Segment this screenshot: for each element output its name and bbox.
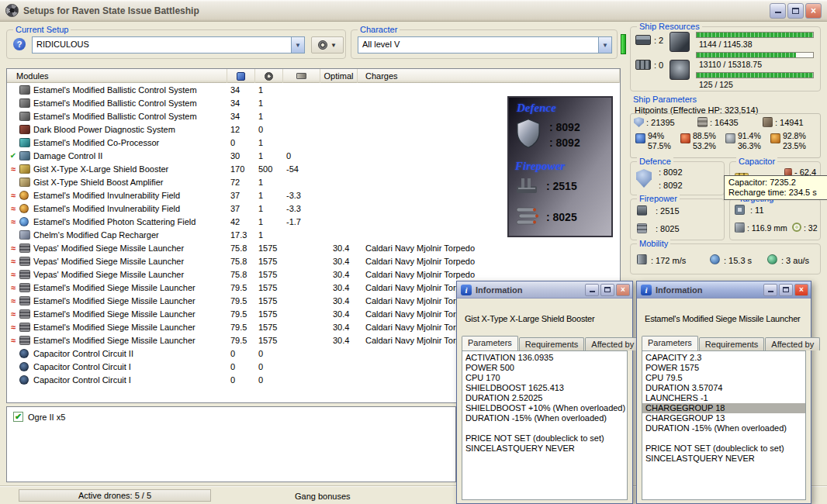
defence-label: Defence: [637, 157, 673, 166]
module-optimal-value: 30.4: [320, 336, 358, 345]
tab-parameters[interactable]: Parameters: [642, 336, 698, 350]
turret-hardpoint-icon: [635, 35, 651, 45]
module-powergrid-value: 1575: [255, 270, 283, 279]
module-row[interactable]: ≈Vepas' Modified Siege Missile Launcher7…: [7, 241, 620, 254]
parameter-line[interactable]: CAPACITY 2.3: [645, 353, 805, 363]
launcher-hardpoint-icon: [635, 60, 651, 70]
parameter-line[interactable]: DURATION 2.52025: [465, 393, 627, 403]
calibration-bar: [696, 72, 814, 78]
module-powergrid-value: 1: [255, 191, 283, 200]
parameter-line[interactable]: CPU 79.5: [645, 373, 805, 383]
parameter-line[interactable]: [645, 433, 805, 444]
module-name: Estamel's Modified Ballistic Control Sys…: [33, 85, 227, 95]
maximize-button[interactable]: [787, 3, 804, 19]
capacitor-tooltip: Capacitor: 7235.2 Recharge time: 234.5 s: [724, 175, 827, 200]
module-row[interactable]: ≈Vepas' Modified Siege Missile Launcher7…: [7, 268, 620, 281]
module-name: Dark Blood Power Diagnostic System: [33, 125, 227, 134]
module-powergrid-value: 0: [255, 362, 283, 371]
drone-checkbox[interactable]: ✔: [13, 412, 23, 422]
chevron-down-icon[interactable]: ▼: [598, 37, 611, 53]
warp-speed-value: : 3 au/s: [781, 256, 809, 265]
parameter-line[interactable]: LAUNCHERS -1: [645, 393, 805, 403]
module-powergrid-value: 1575: [255, 283, 283, 292]
firepower-label: Firepower: [637, 194, 680, 203]
maximize-button[interactable]: [600, 284, 614, 296]
firepower-summary-label: Firepower: [515, 160, 565, 173]
close-button[interactable]: ×: [794, 284, 808, 296]
parameter-line[interactable]: SHIELDBOOST +10% (When overloaded): [465, 403, 627, 413]
maximize-icon: [604, 287, 611, 292]
module-powergrid-value: 1575: [255, 257, 283, 266]
close-button[interactable]: ×: [616, 284, 630, 296]
modules-table-header[interactable]: Modules Optimal Charges: [7, 69, 620, 83]
parameter-line[interactable]: PRICE NOT SET (doubleclick to set): [465, 433, 627, 444]
powergrid-column-header[interactable]: [255, 69, 283, 83]
parameter-line[interactable]: DURATION -15% (When overloaded): [645, 423, 805, 433]
tab-affected-by[interactable]: Affected by: [765, 337, 820, 350]
capacitor-column-header[interactable]: [283, 69, 320, 83]
parameter-line[interactable]: CHARGEGROUP 13: [645, 413, 805, 423]
warp-speed-icon: [767, 254, 777, 264]
module-row[interactable]: ≈Vepas' Modified Siege Missile Launcher7…: [7, 254, 620, 268]
capacitor-label: Capacitor: [736, 157, 777, 166]
tab-parameters[interactable]: Parameters: [462, 336, 518, 350]
rig-module-icon: [19, 349, 29, 358]
module-powergrid-value: 0: [255, 375, 283, 385]
turret-hardpoints-value: : 2: [654, 36, 663, 45]
module-type-icon: [19, 309, 33, 319]
parameter-line[interactable]: PRICE NOT SET (doubleclick to set): [645, 444, 805, 454]
shield-icon: [634, 117, 644, 127]
ship-resources-group: Ship Resources : 2 : 0 1144 / 1145.38 13…: [630, 26, 821, 91]
parameter-line[interactable]: CPU 170: [465, 373, 627, 383]
chevron-down-icon[interactable]: ▼: [291, 37, 304, 53]
minimize-button[interactable]: [770, 3, 786, 19]
cpu-icon: [237, 72, 245, 81]
close-button[interactable]: ×: [805, 3, 822, 19]
info-title-bar[interactable]: i Information ×: [457, 281, 632, 299]
cpu-column-header[interactable]: [227, 69, 255, 83]
module-name: Estamel's Modified Siege Missile Launche…: [33, 309, 227, 319]
module-cpu-value: 0: [227, 375, 255, 385]
module-type-icon: [19, 283, 33, 292]
overload-icon: ≈: [7, 217, 19, 226]
armor-resist-value: 36.3%: [738, 141, 761, 151]
setup-tools-button[interactable]: ▼: [311, 36, 344, 54]
minimize-button[interactable]: [763, 284, 777, 296]
module-row[interactable]: Estamel's Modified Ballistic Control Sys…: [7, 83, 620, 96]
module-powergrid-value: 1: [255, 230, 283, 240]
parameter-line[interactable]: SINCELASTQUERY NEVER: [645, 454, 805, 464]
defence-group: Defence : 8092 : 8092: [630, 161, 725, 195]
module-powergrid-value: 0: [255, 349, 283, 358]
tooltip-line-2: Recharge time: 234.5 s: [728, 188, 826, 198]
module-cpu-value: 34: [227, 85, 255, 95]
parameter-line[interactable]: DURATION -15% (When overloaded): [465, 413, 627, 423]
setup-combobox[interactable]: RIDICULOUS ▼: [32, 36, 305, 54]
parameter-line[interactable]: CHARGEGROUP 18: [642, 403, 805, 413]
parameter-line[interactable]: POWER 1575: [645, 363, 805, 373]
module-type-icon: [19, 164, 33, 174]
info-title-bar[interactable]: i Information ×: [637, 281, 811, 299]
module-name: Capacitor Control Circuit I: [33, 362, 227, 371]
minimize-button[interactable]: [585, 284, 599, 296]
modules-column-header[interactable]: Modules: [7, 69, 227, 83]
module-powergrid-value: 1575: [255, 309, 283, 319]
title-bar[interactable]: Setups for Raven State Issue Battleship …: [0, 0, 827, 22]
module-cpu-value: 30: [227, 151, 255, 161]
optimal-column-header[interactable]: Optimal: [320, 69, 358, 83]
parameter-line[interactable]: POWER 500: [465, 363, 627, 373]
help-icon[interactable]: ?: [13, 38, 26, 50]
parameter-line[interactable]: ACTIVATION 136.0935: [465, 353, 627, 363]
tab-affected-by[interactable]: Affected by: [585, 337, 640, 350]
tab-requirements[interactable]: Requirements: [699, 337, 764, 350]
maximize-button[interactable]: [779, 284, 793, 296]
drone-list-item[interactable]: ✔ Ogre II x5: [7, 407, 455, 422]
parameter-line[interactable]: [465, 423, 627, 433]
character-combobox[interactable]: All level V ▼: [358, 36, 612, 54]
charges-column-header[interactable]: Charges: [358, 69, 620, 83]
tab-requirements[interactable]: Requirements: [519, 337, 584, 350]
parameter-line[interactable]: SINCELASTQUERY NEVER: [465, 444, 627, 454]
module-cap-value: -54: [283, 164, 320, 174]
module-name: Estamel's Modified Co-Processor: [33, 138, 227, 147]
parameter-line[interactable]: DURATION 3.57074: [645, 383, 805, 393]
parameter-line[interactable]: SHIELDBOOST 1625.413: [465, 383, 627, 393]
